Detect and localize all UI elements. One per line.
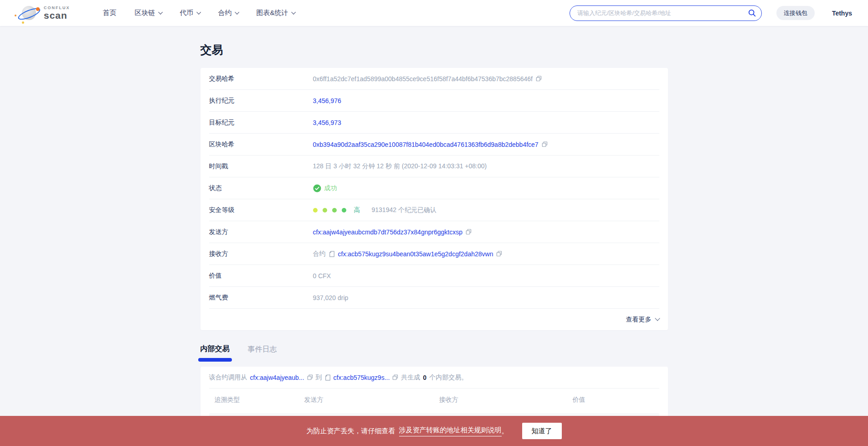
chevron-down-icon (196, 10, 201, 14)
logo-conflux-text: CONFLUX (44, 6, 70, 10)
nav-label: 图表&统计 (257, 9, 288, 17)
nav-label: 区块链 (135, 9, 155, 17)
table-row-security: 安全等级 高 9131942 个纪元已确认 (209, 199, 659, 221)
row-label: 区块哈希 (209, 140, 313, 149)
summary-middle: 到 (316, 373, 322, 382)
summary-suffix: 个内部交易。 (429, 373, 467, 382)
network-selector[interactable]: Tethys (832, 10, 852, 17)
main-nav: 首页 区块链 代币 合约 图表&统计 (103, 9, 295, 17)
chevron-down-icon (158, 10, 163, 14)
row-label: 价值 (209, 272, 313, 280)
internal-tx-summary: 该合约调用从 cfx:aajw4ajyeaub... 到 cfx:acb575k… (209, 367, 659, 389)
contract-icon (329, 251, 335, 257)
row-label: 时间戳 (209, 162, 313, 171)
target-epoch-link[interactable]: 3,456,973 (313, 119, 341, 126)
success-check-icon (313, 184, 321, 192)
column-header-to: 接收方 (439, 396, 573, 404)
copy-icon[interactable] (307, 374, 313, 380)
security-dot-icon (323, 208, 327, 213)
warning-banner: 为防止资产丢失，请仔细查看 涉及资产转账的地址相关规则说明 。 知道了 (0, 416, 868, 446)
nav-item-contracts[interactable]: 合约 (218, 9, 238, 17)
transaction-details-card: 交易哈希 0x6ff1a52dc7ef1ad5899a00b4855ce9ce5… (200, 68, 668, 330)
tabs-bar: 内部交易 事件日志 (200, 344, 668, 362)
confluxscan-logo[interactable]: CONFLUX scan (18, 4, 70, 23)
row-label: 发送方 (209, 228, 313, 236)
table-row-to: 接收方 合约 cfx:acb575kugz9su4bean0t35aw1e5g2… (209, 243, 659, 265)
decor-dot-yellow (22, 21, 24, 24)
to-address-link[interactable]: cfx:acb575kugz9su4bean0t35aw1e5g2dcgf2da… (338, 250, 493, 258)
nav-item-home[interactable]: 首页 (103, 9, 117, 17)
table-row-tx-hash: 交易哈希 0x6ff1a52dc7ef1ad5899a00b4855ce9ce5… (209, 68, 659, 90)
view-more-label: 查看更多 (626, 316, 652, 324)
security-level: 高 (354, 206, 360, 214)
from-address-short-link[interactable]: cfx:aajw4ajyeaub... (250, 374, 304, 381)
tab-internal-transactions[interactable]: 内部交易 (200, 344, 230, 362)
logo-scan-text: scan (44, 10, 70, 20)
contract-tag: 合约 (313, 250, 326, 258)
chevron-down-icon (235, 10, 239, 14)
connect-wallet-button[interactable]: 连接钱包 (776, 6, 815, 20)
search-icon[interactable] (748, 9, 756, 17)
tx-hash-value: 0x6ff1a52dc7ef1ad5899a00b4855ce9ce516f58… (313, 75, 533, 83)
row-label: 安全等级 (209, 206, 313, 214)
nav-item-charts-stats[interactable]: 图表&统计 (257, 9, 295, 17)
copy-icon[interactable] (496, 251, 502, 257)
security-confirmations: 9131942 个纪元已确认 (372, 206, 437, 214)
row-label: 状态 (209, 184, 313, 192)
row-label: 执行纪元 (209, 97, 313, 105)
internal-tx-count: 0 (423, 374, 426, 381)
block-hash-link[interactable]: 0xb394a90d2aaf35ca290e10087f81b404ed0bca… (313, 141, 539, 148)
row-label: 交易哈希 (209, 75, 313, 83)
gas-fee-value: 937,020 drip (313, 294, 349, 301)
summary-generated: 共生成 (401, 373, 420, 382)
nav-label: 首页 (103, 9, 117, 17)
banner-rules-link[interactable]: 涉及资产转账的地址相关规则说明 (399, 426, 502, 436)
acknowledge-button[interactable]: 知道了 (522, 423, 562, 439)
chevron-down-icon (291, 10, 296, 14)
table-row-gas-fee: 燃气费 937,020 drip (209, 287, 659, 309)
orbit-dot (36, 7, 40, 11)
copy-icon[interactable] (536, 76, 542, 82)
nav-label: 代币 (180, 9, 194, 17)
security-dot-icon (332, 208, 337, 213)
table-row-value: 价值 0 CFX (209, 265, 659, 287)
contract-icon (325, 374, 331, 381)
internal-tx-table-header: 追溯类型 发送方 接收方 价值 (209, 389, 659, 411)
summary-prefix: 该合约调用从 (209, 373, 247, 382)
copy-icon[interactable] (542, 141, 548, 147)
tab-event-logs[interactable]: 事件日志 (248, 344, 277, 362)
top-navbar: CONFLUX scan 首页 区块链 代币 合约 图表&统计 (0, 0, 868, 26)
from-address-link[interactable]: cfx:aajw4ajyeaubcmdb7dt756dz37x84gnpr6gg… (313, 228, 462, 236)
to-address-short-link[interactable]: cfx:acb575kugz9s... (334, 374, 390, 381)
search-input[interactable] (577, 10, 748, 16)
security-dot-icon (313, 208, 318, 213)
logo-wordmark: CONFLUX scan (44, 6, 70, 20)
copy-icon[interactable] (392, 374, 398, 380)
table-row-block-hash: 区块哈希 0xb394a90d2aaf35ca290e10087f81b404e… (209, 134, 659, 156)
view-more-button[interactable]: 查看更多 (209, 309, 659, 330)
table-row-from: 发送方 cfx:aajw4ajyeaubcmdb7dt756dz37x84gnp… (209, 221, 659, 243)
column-header-trace-type: 追溯类型 (215, 396, 304, 404)
copy-icon[interactable] (466, 229, 472, 235)
table-row-target-epoch: 目标纪元 3,456,973 (209, 112, 659, 134)
planet-logo-icon (18, 4, 38, 23)
column-header-from: 发送方 (304, 396, 439, 404)
tab-label: 内部交易 (200, 345, 230, 353)
exec-epoch-link[interactable]: 3,456,976 (313, 97, 341, 104)
table-row-status: 状态 成功 (209, 177, 659, 199)
nav-item-blockchain[interactable]: 区块链 (135, 9, 162, 17)
timestamp-value: 128 日 3 小时 32 分钟 12 秒 前 (2020-12-09 14:0… (313, 162, 487, 171)
nav-item-tokens[interactable]: 代币 (180, 9, 200, 17)
row-label: 目标纪元 (209, 119, 313, 127)
security-dot-icon (342, 208, 346, 213)
chevron-down-icon (655, 316, 660, 321)
banner-period: 。 (502, 427, 508, 436)
column-header-value: 价值 (573, 396, 586, 404)
page-title: 交易 (200, 42, 668, 57)
nav-label: 合约 (218, 9, 232, 17)
header-right: 连接钱包 Tethys (570, 5, 852, 21)
banner-message: 为防止资产丢失，请仔细查看 (307, 427, 395, 436)
status-text: 成功 (324, 184, 337, 192)
table-row-exec-epoch: 执行纪元 3,456,976 (209, 90, 659, 112)
search-box[interactable] (570, 5, 762, 21)
